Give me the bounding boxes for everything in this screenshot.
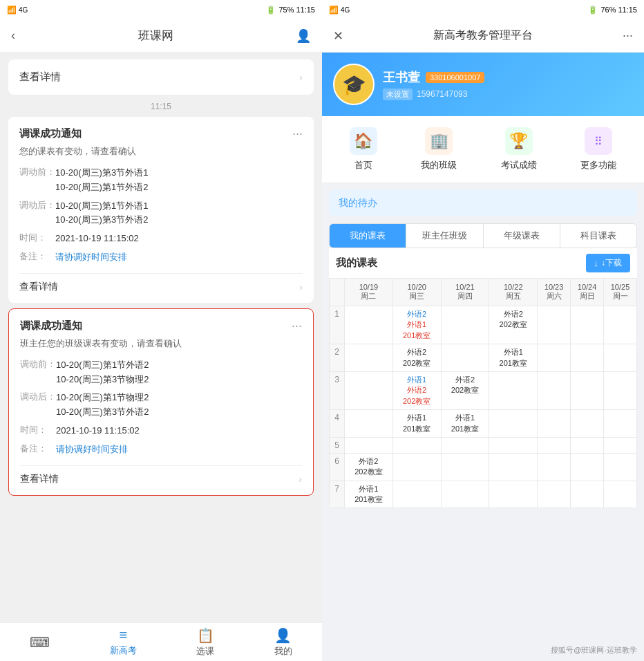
card2-after-row: 调动后： 10-20(周三)第1节物理2 10-20(周三)第3节外语2 bbox=[20, 391, 302, 420]
profile-icon[interactable]: 👤 bbox=[296, 28, 311, 44]
right-signal-icon: 📶 bbox=[329, 6, 339, 15]
view-detail-top[interactable]: 查看详情 › bbox=[8, 59, 314, 95]
cell-1-mon bbox=[604, 306, 637, 344]
cell-7-mon bbox=[604, 481, 637, 508]
left-status-icons: 📶 4G bbox=[7, 6, 28, 15]
cell-7-sat bbox=[538, 481, 571, 508]
left-status-bar: 📶 4G 🔋 75% 11:15 bbox=[0, 0, 322, 19]
cell-1-sat bbox=[538, 306, 571, 344]
left-scroll-area: 查看详情 › 11:15 调课成功通知 ··· 您的课表有变动，请查看确认 调动… bbox=[0, 53, 322, 622]
download-icon: ↓ bbox=[594, 258, 599, 268]
battery-icon: 🔋 bbox=[266, 6, 276, 15]
card2-after-value: 10-20(周三)第1节物理2 10-20(周三)第3节外语2 bbox=[56, 391, 149, 420]
back-icon[interactable]: ‹ bbox=[11, 28, 15, 43]
download-button[interactable]: ↓ ↓下载 bbox=[586, 254, 631, 272]
quick-nav-grade[interactable]: 🏆 考试成绩 bbox=[501, 127, 537, 171]
col-sat: 10/24周日 bbox=[571, 279, 604, 306]
cell-7-wed bbox=[392, 481, 441, 508]
table-row: 7 外语1 201教室 bbox=[330, 481, 637, 508]
quick-nav-class[interactable]: 🏢 我的班级 bbox=[421, 127, 457, 171]
card1-before-value: 10-20(周三)第3节外语1 10-20(周三)第1节外语2 bbox=[55, 166, 148, 195]
col-mon: 10/19周二 bbox=[345, 279, 393, 306]
card2-title: 调课成功通知 bbox=[20, 319, 82, 333]
right-nav-title: 新高考教务管理平台 bbox=[433, 28, 533, 43]
right-more-icon[interactable]: ··· bbox=[623, 28, 633, 43]
right-close-icon[interactable]: ✕ bbox=[333, 28, 343, 44]
card1-title: 调课成功通知 bbox=[19, 127, 82, 140]
bottom-nav-xuanke[interactable]: 📋 选课 bbox=[196, 627, 214, 658]
home-icon: 🏠 bbox=[350, 127, 377, 155]
schedule-tabs: 我的课表 班主任班级 年级课表 科目课表 bbox=[329, 223, 637, 248]
cell-3-tue bbox=[345, 371, 393, 409]
cell-2-sat bbox=[538, 344, 571, 372]
quick-nav-more[interactable]: ⠿ 更多功能 bbox=[580, 127, 616, 171]
cell-5-sat bbox=[538, 437, 571, 453]
card2-menu[interactable]: ··· bbox=[292, 319, 302, 333]
cell-3-wed: 外语1 外语2 202教室 bbox=[392, 371, 441, 409]
card2-remark-value: 请协调好时间安排 bbox=[56, 443, 128, 457]
card2-remark-row: 备注： 请协调好时间安排 bbox=[20, 443, 302, 457]
tab-grade-schedule[interactable]: 年级课表 bbox=[484, 224, 560, 248]
cell-6-mon bbox=[604, 453, 637, 481]
card2-before-row: 调动前： 10-20(周三)第1节外语2 10-20(周三)第3节物理2 bbox=[20, 358, 302, 387]
profile-banner: 🎓 王书萱 330106001007 未设置 15967147093 bbox=[322, 53, 644, 116]
period-4: 4 bbox=[330, 410, 345, 438]
tab-my-schedule[interactable]: 我的课表 bbox=[330, 224, 406, 248]
signal-icon: 📶 bbox=[7, 6, 17, 15]
profile-id-badge: 330106001007 bbox=[426, 72, 484, 83]
cell-5-tue bbox=[345, 437, 393, 453]
cell-1-tue bbox=[345, 306, 393, 344]
bottom-nav-wode[interactable]: 👤 我的 bbox=[274, 627, 292, 658]
col-period bbox=[330, 279, 345, 306]
card1-menu[interactable]: ··· bbox=[292, 127, 303, 141]
card1-after-label: 调动后： bbox=[19, 199, 55, 228]
cell-2-fri: 外语1 201教室 bbox=[489, 344, 538, 372]
cell-4-mon bbox=[604, 410, 637, 438]
pending-section: 我的待办 bbox=[329, 190, 637, 216]
card2-chevron-icon: › bbox=[299, 474, 302, 485]
cell-6-sat bbox=[538, 453, 571, 481]
table-row: 6 外语2 202教室 bbox=[330, 453, 637, 481]
quick-nav-home[interactable]: 🏠 首页 bbox=[350, 127, 377, 171]
cell-7-sun bbox=[571, 481, 604, 508]
tab-subject-schedule[interactable]: 科目课表 bbox=[560, 224, 636, 248]
left-nav-title: 班课网 bbox=[138, 28, 173, 44]
card1-after-row: 调动后： 10-20(周三)第1节外语1 10-20(周三)第3节外语2 bbox=[19, 199, 303, 228]
cell-5-wed bbox=[392, 437, 441, 453]
pending-label: 我的待办 bbox=[339, 197, 377, 208]
card2-before-label: 调动前： bbox=[20, 358, 56, 387]
cell-4-wed: 外语1 201教室 bbox=[392, 410, 441, 438]
right-status-left: 📶 4G bbox=[329, 6, 350, 15]
bottom-nav-xingaokao[interactable]: ≡ 新高考 bbox=[110, 627, 137, 657]
cell-6-sun bbox=[571, 453, 604, 481]
cell-3-fri bbox=[489, 371, 538, 409]
cell-4-sat bbox=[538, 410, 571, 438]
profile-name-row: 王书萱 330106001007 bbox=[383, 69, 484, 86]
schedule-table-wrap: 10/19周二 10/20周三 10/21周四 10/22周五 10/23周六 … bbox=[329, 278, 637, 508]
cell-2-wed: 外语2 202教室 bbox=[392, 344, 441, 372]
cell-2-thu bbox=[441, 344, 489, 372]
right-status-bar: 📶 4G 🔋 76% 11:15 bbox=[322, 0, 644, 19]
card2-remark-label: 备注： bbox=[20, 443, 56, 457]
period-6: 6 bbox=[330, 453, 345, 481]
card2-subtitle: 班主任您的班级课表有变动，请查看确认 bbox=[20, 337, 302, 350]
table-row: 3 外语1 外语2 202教室 外语2 202教室 bbox=[330, 371, 637, 409]
cell-2-mon bbox=[604, 344, 637, 372]
card1-time-label: 时间： bbox=[19, 232, 55, 246]
keyboard-icon[interactable]: ⌨ bbox=[30, 634, 50, 651]
period-1: 1 bbox=[330, 306, 345, 344]
schedule-header: 我的课表 ↓ ↓下载 bbox=[329, 248, 637, 278]
card1-detail-btn[interactable]: 查看详情 › bbox=[19, 273, 303, 293]
period-5: 5 bbox=[330, 437, 345, 453]
notification-card-1: 调课成功通知 ··· 您的课表有变动，请查看确认 调动前： 10-20(周三)第… bbox=[8, 117, 314, 303]
card2-after-label: 调动后： bbox=[20, 391, 56, 420]
trophy-icon: 🏆 bbox=[505, 127, 533, 155]
profile-tag: 未设置 bbox=[383, 89, 413, 100]
tab-class-schedule[interactable]: 班主任班级 bbox=[406, 224, 483, 248]
table-row: 5 bbox=[330, 437, 637, 453]
left-nav-bar: ‹ 班课网 👤 bbox=[0, 19, 322, 53]
right-battery-icon: 🔋 bbox=[588, 6, 598, 15]
period-3: 3 bbox=[330, 371, 345, 409]
profile-name: 王书萱 bbox=[383, 69, 420, 86]
card2-detail-btn[interactable]: 查看详情 › bbox=[20, 465, 302, 485]
